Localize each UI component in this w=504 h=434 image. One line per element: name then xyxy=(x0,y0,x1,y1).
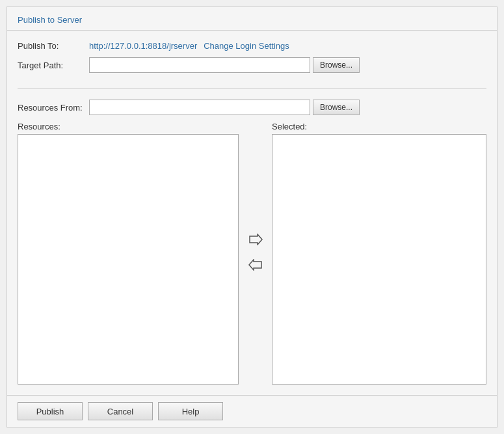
resources-from-row: Resources From: Browse... xyxy=(18,100,486,115)
target-path-label: Target Path: xyxy=(18,61,89,70)
svg-marker-0 xyxy=(250,234,262,245)
dialog-footer: Publish Cancel Help xyxy=(7,395,497,427)
selected-panel: Selected: xyxy=(272,122,486,385)
bottom-section: Resources From: Browse... Resources: xyxy=(18,89,486,385)
resources-from-input[interactable] xyxy=(89,100,310,115)
publish-to-label: Publish To: xyxy=(18,41,89,51)
selected-label: Selected: xyxy=(272,122,486,131)
move-right-button[interactable] xyxy=(246,231,265,250)
resources-panels: Resources: Sele xyxy=(18,122,486,385)
target-path-browse-button[interactable]: Browse... xyxy=(313,57,360,73)
dialog-title: Publish to Server xyxy=(7,7,497,31)
target-path-input-group: Browse... xyxy=(89,57,360,73)
change-login-settings-link[interactable]: Change Login Settings xyxy=(204,41,289,51)
move-left-button[interactable] xyxy=(246,256,265,275)
resources-from-input-group: Browse... xyxy=(89,100,360,115)
transfer-buttons xyxy=(239,122,272,385)
publish-to-row: Publish To: http://127.0.0.1:8818/jrserv… xyxy=(18,41,486,51)
publish-to-server-dialog: Publish to Server Publish To: http://127… xyxy=(7,7,497,427)
target-path-input[interactable] xyxy=(89,57,310,73)
resources-label: Resources: xyxy=(18,122,239,131)
cancel-button[interactable]: Cancel xyxy=(88,402,153,420)
target-path-row: Target Path: Browse... xyxy=(18,57,486,73)
resources-panel: Resources: xyxy=(18,122,239,385)
svg-marker-1 xyxy=(249,260,261,270)
publish-button[interactable]: Publish xyxy=(18,402,83,420)
selected-list[interactable] xyxy=(272,134,486,385)
arrow-left-icon xyxy=(248,259,263,271)
top-section: Publish To: http://127.0.0.1:8818/jrserv… xyxy=(18,41,486,89)
arrow-right-icon xyxy=(248,234,263,245)
help-button[interactable]: Help xyxy=(158,402,223,420)
dialog-body: Publish To: http://127.0.0.1:8818/jrserv… xyxy=(7,31,497,395)
resources-list[interactable] xyxy=(18,134,239,385)
resources-from-label: Resources From: xyxy=(18,103,89,113)
resources-from-browse-button[interactable]: Browse... xyxy=(313,100,360,115)
publish-to-value: http://127.0.0.1:8818/jrserver xyxy=(89,41,197,51)
